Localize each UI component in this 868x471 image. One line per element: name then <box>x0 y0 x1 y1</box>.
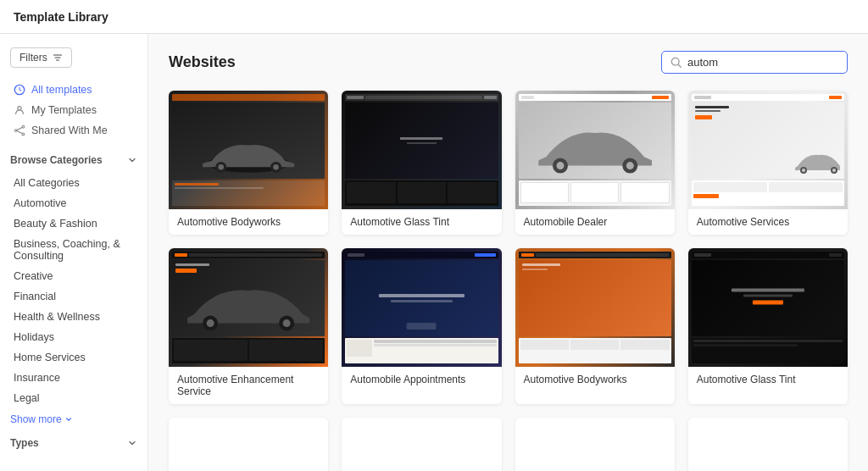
svg-point-1 <box>18 107 21 110</box>
template-thumb-3 <box>515 91 675 209</box>
template-thumb-7 <box>515 248 675 367</box>
search-icon <box>670 57 682 69</box>
page-title: Template Library <box>14 10 108 24</box>
nav-items: All templates My Templates Shared With M… <box>10 80 137 141</box>
partial-card-3[interactable] <box>515 418 675 471</box>
svg-point-14 <box>626 162 633 169</box>
template-label-2: Automotive Glass Tint <box>342 209 501 235</box>
category-financial[interactable]: Financial <box>10 286 137 307</box>
template-label-7: Automotive Bodyworks <box>515 367 675 392</box>
template-thumb-5 <box>169 248 328 367</box>
svg-point-8 <box>218 164 223 169</box>
types-section: Types <box>10 437 137 449</box>
svg-point-3 <box>22 133 25 136</box>
template-card-1[interactable]: Automotive Bodyworks <box>169 91 328 235</box>
category-health[interactable]: Health & Wellness <box>10 307 137 327</box>
category-holidays[interactable]: Holidays <box>10 327 137 347</box>
template-thumb-6 <box>342 248 501 367</box>
template-label-8: Automotive Glass Tint <box>688 367 848 392</box>
template-label-6: Automobile Appointments <box>342 367 501 392</box>
nav-my-templates[interactable]: My Templates <box>10 100 137 120</box>
filters-label: Filters <box>19 52 47 64</box>
shared-icon <box>14 125 25 136</box>
category-beauty[interactable]: Beauty & Fashion <box>10 213 137 234</box>
nav-shared[interactable]: Shared With Me <box>10 120 137 141</box>
template-label-5: Automotive Enhancement Service <box>169 367 328 404</box>
template-card-8[interactable]: Automotive Glass Tint <box>688 248 848 404</box>
partial-card-4[interactable] <box>688 418 848 471</box>
my-templates-icon <box>14 104 25 116</box>
content-header: Websites <box>169 51 848 74</box>
template-grid: Automotive Bodyworks <box>169 91 848 404</box>
partial-card-2[interactable] <box>342 418 501 471</box>
template-card-6[interactable]: Automobile Appointments <box>342 248 501 404</box>
search-box <box>661 51 848 74</box>
category-insurance[interactable]: Insurance <box>10 368 137 388</box>
show-more-chevron-icon <box>64 415 73 424</box>
svg-point-10 <box>273 164 278 169</box>
svg-point-22 <box>283 319 291 327</box>
content-area: Websites <box>148 34 868 471</box>
types-label: Types <box>10 437 39 449</box>
category-list: All Categories Automotive Beauty & Fashi… <box>10 173 137 408</box>
svg-point-12 <box>556 162 564 169</box>
svg-point-4 <box>14 130 17 132</box>
svg-point-18 <box>832 169 836 172</box>
filters-button[interactable]: Filters <box>10 47 72 68</box>
category-all[interactable]: All Categories <box>10 173 137 193</box>
category-business[interactable]: Business, Coaching, & Consulting <box>10 234 137 266</box>
svg-point-16 <box>802 169 805 172</box>
show-more-button[interactable]: Show more <box>10 413 137 425</box>
types-header[interactable]: Types <box>10 437 137 449</box>
top-bar: Template Library <box>0 0 868 34</box>
category-legal[interactable]: Legal <box>10 388 137 408</box>
svg-point-2 <box>22 125 25 128</box>
search-input[interactable] <box>687 56 838 69</box>
content-title: Websites <box>169 53 236 71</box>
category-automotive[interactable]: Automotive <box>10 193 137 213</box>
category-home[interactable]: Home Services <box>10 347 137 368</box>
template-label-3: Automobile Dealer <box>515 209 675 235</box>
chevron-down-icon <box>127 155 137 165</box>
template-card-3[interactable]: Automobile Dealer <box>515 91 675 235</box>
template-card-2[interactable]: Automotive Glass Tint <box>342 91 501 235</box>
template-thumb-4 <box>688 91 848 209</box>
template-card-4[interactable]: Automotive Services <box>688 91 848 235</box>
bottom-row <box>169 418 848 471</box>
browse-categories-label: Browse Categories <box>10 154 103 166</box>
template-label-1: Automotive Bodyworks <box>169 209 328 235</box>
sidebar: Filters All templates My Templates <box>0 34 148 471</box>
category-creative[interactable]: Creative <box>10 266 137 286</box>
template-thumb-2 <box>342 91 501 209</box>
browse-categories-header[interactable]: Browse Categories <box>10 154 137 166</box>
partial-card-1[interactable] <box>169 418 328 471</box>
nav-all-templates[interactable]: All templates <box>10 80 137 100</box>
svg-point-20 <box>207 319 214 327</box>
filters-icon <box>53 53 63 63</box>
template-thumb-1 <box>169 91 328 209</box>
template-card-5[interactable]: Automotive Enhancement Service <box>169 248 328 404</box>
template-card-7[interactable]: Automotive Bodyworks <box>515 248 675 404</box>
template-label-4: Automotive Services <box>688 209 848 235</box>
types-chevron-icon <box>127 438 137 448</box>
all-templates-icon <box>14 84 25 96</box>
template-thumb-8 <box>688 248 848 367</box>
main-layout: Filters All templates My Templates <box>0 34 868 471</box>
